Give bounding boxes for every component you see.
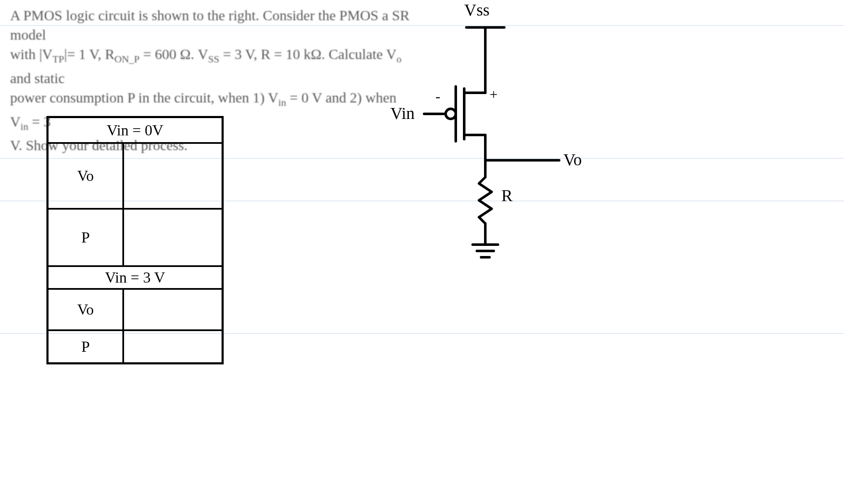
p-l2s1: TP — [52, 54, 64, 65]
p-l3s1: in — [279, 97, 287, 108]
label-r: R — [501, 186, 513, 205]
p-l2s2: ON_P — [114, 54, 140, 65]
circuit-svg — [388, 4, 625, 274]
label-minus: - — [436, 89, 440, 105]
p-l2c: = 600 Ω. V — [140, 46, 208, 62]
p-l2b: |= 1 V, R — [64, 46, 114, 62]
cell-p-3-value — [123, 330, 222, 363]
label-vo: Vo — [563, 150, 582, 170]
p-l2e: and static — [10, 70, 65, 86]
circuit-diagram: Vss Vin Vo R + - — [388, 4, 625, 274]
cell-vo-3-label: Vo — [48, 289, 123, 330]
p-l1: A PMOS logic circuit is shown to the rig… — [10, 8, 409, 43]
page: A PMOS logic circuit is shown to the rig… — [0, 0, 844, 504]
hdr-vin3: Vin = 3 V — [48, 266, 222, 289]
cell-p-3-label: P — [48, 330, 123, 363]
svg-point-6 — [446, 109, 456, 119]
cell-p-0-label: P — [48, 209, 123, 266]
p-l2d: = 3 V, R = 10 kΩ. Calculate V — [219, 46, 397, 62]
answer-table: Vin = 0V Vo P Vin = 3 V Vo P — [46, 116, 224, 364]
hdr-vin0: Vin = 0V — [48, 117, 222, 143]
cell-vo-0-label: Vo — [48, 143, 123, 209]
cell-vo-3-value — [123, 289, 222, 330]
p-l2a: with |V — [10, 46, 52, 62]
p-l3a: power consumption P in the circuit, when… — [10, 90, 279, 105]
p-l2s3: SS — [208, 54, 219, 65]
label-vin: Vin — [390, 103, 415, 123]
p-l3s2: in — [21, 121, 29, 132]
cell-vo-0-value — [123, 143, 222, 209]
label-plus: + — [490, 86, 498, 102]
label-vss: Vss — [464, 0, 490, 20]
cell-p-0-value — [123, 209, 222, 266]
